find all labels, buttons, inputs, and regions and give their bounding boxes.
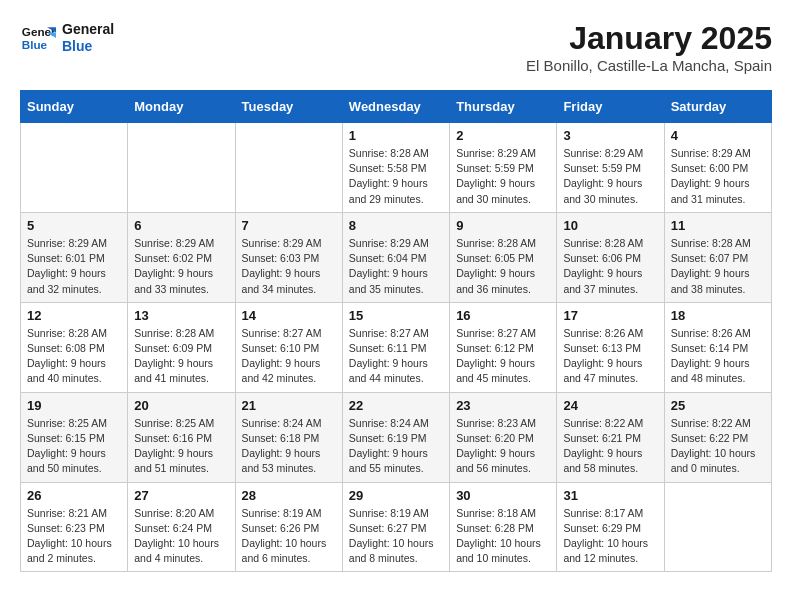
week-row-2: 5Sunrise: 8:29 AM Sunset: 6:01 PM Daylig… (21, 212, 772, 302)
day-info: Sunrise: 8:29 AM Sunset: 6:03 PM Dayligh… (242, 236, 336, 297)
day-info: Sunrise: 8:24 AM Sunset: 6:19 PM Dayligh… (349, 416, 443, 477)
day-info: Sunrise: 8:19 AM Sunset: 6:26 PM Dayligh… (242, 506, 336, 567)
week-row-1: 1Sunrise: 8:28 AM Sunset: 5:58 PM Daylig… (21, 123, 772, 213)
day-number: 31 (563, 488, 657, 503)
day-cell: 10Sunrise: 8:28 AM Sunset: 6:06 PM Dayli… (557, 212, 664, 302)
day-info: Sunrise: 8:27 AM Sunset: 6:10 PM Dayligh… (242, 326, 336, 387)
weekday-header-monday: Monday (128, 91, 235, 123)
day-info: Sunrise: 8:28 AM Sunset: 5:58 PM Dayligh… (349, 146, 443, 207)
day-cell (664, 482, 771, 572)
day-info: Sunrise: 8:25 AM Sunset: 6:15 PM Dayligh… (27, 416, 121, 477)
day-info: Sunrise: 8:29 AM Sunset: 6:02 PM Dayligh… (134, 236, 228, 297)
day-info: Sunrise: 8:29 AM Sunset: 6:01 PM Dayligh… (27, 236, 121, 297)
day-cell: 2Sunrise: 8:29 AM Sunset: 5:59 PM Daylig… (450, 123, 557, 213)
logo-icon: General Blue (20, 20, 56, 56)
week-row-4: 19Sunrise: 8:25 AM Sunset: 6:15 PM Dayli… (21, 392, 772, 482)
day-cell: 21Sunrise: 8:24 AM Sunset: 6:18 PM Dayli… (235, 392, 342, 482)
day-info: Sunrise: 8:29 AM Sunset: 6:04 PM Dayligh… (349, 236, 443, 297)
day-number: 21 (242, 398, 336, 413)
day-cell (21, 123, 128, 213)
day-info: Sunrise: 8:20 AM Sunset: 6:24 PM Dayligh… (134, 506, 228, 567)
day-info: Sunrise: 8:28 AM Sunset: 6:05 PM Dayligh… (456, 236, 550, 297)
week-row-3: 12Sunrise: 8:28 AM Sunset: 6:08 PM Dayli… (21, 302, 772, 392)
day-cell: 29Sunrise: 8:19 AM Sunset: 6:27 PM Dayli… (342, 482, 449, 572)
day-cell: 6Sunrise: 8:29 AM Sunset: 6:02 PM Daylig… (128, 212, 235, 302)
day-info: Sunrise: 8:29 AM Sunset: 5:59 PM Dayligh… (563, 146, 657, 207)
logo-line2: Blue (62, 38, 114, 55)
day-cell: 12Sunrise: 8:28 AM Sunset: 6:08 PM Dayli… (21, 302, 128, 392)
day-info: Sunrise: 8:22 AM Sunset: 6:22 PM Dayligh… (671, 416, 765, 477)
day-cell: 8Sunrise: 8:29 AM Sunset: 6:04 PM Daylig… (342, 212, 449, 302)
day-number: 18 (671, 308, 765, 323)
weekday-header-row: SundayMondayTuesdayWednesdayThursdayFrid… (21, 91, 772, 123)
day-cell: 4Sunrise: 8:29 AM Sunset: 6:00 PM Daylig… (664, 123, 771, 213)
day-info: Sunrise: 8:27 AM Sunset: 6:12 PM Dayligh… (456, 326, 550, 387)
day-info: Sunrise: 8:26 AM Sunset: 6:14 PM Dayligh… (671, 326, 765, 387)
day-number: 7 (242, 218, 336, 233)
day-cell (235, 123, 342, 213)
day-cell: 31Sunrise: 8:17 AM Sunset: 6:29 PM Dayli… (557, 482, 664, 572)
day-number: 27 (134, 488, 228, 503)
day-number: 19 (27, 398, 121, 413)
day-number: 12 (27, 308, 121, 323)
day-number: 2 (456, 128, 550, 143)
day-cell: 5Sunrise: 8:29 AM Sunset: 6:01 PM Daylig… (21, 212, 128, 302)
day-cell: 3Sunrise: 8:29 AM Sunset: 5:59 PM Daylig… (557, 123, 664, 213)
day-cell (128, 123, 235, 213)
day-info: Sunrise: 8:21 AM Sunset: 6:23 PM Dayligh… (27, 506, 121, 567)
day-number: 30 (456, 488, 550, 503)
day-cell: 26Sunrise: 8:21 AM Sunset: 6:23 PM Dayli… (21, 482, 128, 572)
day-number: 9 (456, 218, 550, 233)
weekday-header-sunday: Sunday (21, 91, 128, 123)
weekday-header-wednesday: Wednesday (342, 91, 449, 123)
day-cell: 24Sunrise: 8:22 AM Sunset: 6:21 PM Dayli… (557, 392, 664, 482)
day-info: Sunrise: 8:19 AM Sunset: 6:27 PM Dayligh… (349, 506, 443, 567)
day-cell: 27Sunrise: 8:20 AM Sunset: 6:24 PM Dayli… (128, 482, 235, 572)
svg-text:Blue: Blue (22, 38, 48, 51)
day-number: 24 (563, 398, 657, 413)
day-cell: 23Sunrise: 8:23 AM Sunset: 6:20 PM Dayli… (450, 392, 557, 482)
day-info: Sunrise: 8:29 AM Sunset: 5:59 PM Dayligh… (456, 146, 550, 207)
day-cell: 17Sunrise: 8:26 AM Sunset: 6:13 PM Dayli… (557, 302, 664, 392)
day-info: Sunrise: 8:18 AM Sunset: 6:28 PM Dayligh… (456, 506, 550, 567)
svg-text:General: General (22, 25, 56, 38)
day-number: 22 (349, 398, 443, 413)
location-title: El Bonillo, Castille-La Mancha, Spain (526, 57, 772, 74)
day-cell: 15Sunrise: 8:27 AM Sunset: 6:11 PM Dayli… (342, 302, 449, 392)
week-row-5: 26Sunrise: 8:21 AM Sunset: 6:23 PM Dayli… (21, 482, 772, 572)
day-number: 3 (563, 128, 657, 143)
calendar-table: SundayMondayTuesdayWednesdayThursdayFrid… (20, 90, 772, 572)
day-number: 10 (563, 218, 657, 233)
day-number: 16 (456, 308, 550, 323)
header: General Blue General Blue January 2025 E… (20, 20, 772, 74)
day-info: Sunrise: 8:23 AM Sunset: 6:20 PM Dayligh… (456, 416, 550, 477)
title-area: January 2025 El Bonillo, Castille-La Man… (526, 20, 772, 74)
day-number: 14 (242, 308, 336, 323)
weekday-header-thursday: Thursday (450, 91, 557, 123)
day-cell: 20Sunrise: 8:25 AM Sunset: 6:16 PM Dayli… (128, 392, 235, 482)
day-number: 8 (349, 218, 443, 233)
day-number: 6 (134, 218, 228, 233)
day-number: 25 (671, 398, 765, 413)
day-cell: 22Sunrise: 8:24 AM Sunset: 6:19 PM Dayli… (342, 392, 449, 482)
day-cell: 16Sunrise: 8:27 AM Sunset: 6:12 PM Dayli… (450, 302, 557, 392)
day-info: Sunrise: 8:28 AM Sunset: 6:08 PM Dayligh… (27, 326, 121, 387)
day-cell: 25Sunrise: 8:22 AM Sunset: 6:22 PM Dayli… (664, 392, 771, 482)
day-number: 28 (242, 488, 336, 503)
day-cell: 30Sunrise: 8:18 AM Sunset: 6:28 PM Dayli… (450, 482, 557, 572)
day-info: Sunrise: 8:22 AM Sunset: 6:21 PM Dayligh… (563, 416, 657, 477)
day-number: 1 (349, 128, 443, 143)
day-info: Sunrise: 8:26 AM Sunset: 6:13 PM Dayligh… (563, 326, 657, 387)
day-cell: 1Sunrise: 8:28 AM Sunset: 5:58 PM Daylig… (342, 123, 449, 213)
day-cell: 11Sunrise: 8:28 AM Sunset: 6:07 PM Dayli… (664, 212, 771, 302)
day-cell: 7Sunrise: 8:29 AM Sunset: 6:03 PM Daylig… (235, 212, 342, 302)
day-info: Sunrise: 8:24 AM Sunset: 6:18 PM Dayligh… (242, 416, 336, 477)
day-number: 15 (349, 308, 443, 323)
day-cell: 19Sunrise: 8:25 AM Sunset: 6:15 PM Dayli… (21, 392, 128, 482)
day-info: Sunrise: 8:28 AM Sunset: 6:06 PM Dayligh… (563, 236, 657, 297)
day-number: 4 (671, 128, 765, 143)
day-info: Sunrise: 8:28 AM Sunset: 6:09 PM Dayligh… (134, 326, 228, 387)
day-cell: 9Sunrise: 8:28 AM Sunset: 6:05 PM Daylig… (450, 212, 557, 302)
weekday-header-tuesday: Tuesday (235, 91, 342, 123)
day-info: Sunrise: 8:17 AM Sunset: 6:29 PM Dayligh… (563, 506, 657, 567)
